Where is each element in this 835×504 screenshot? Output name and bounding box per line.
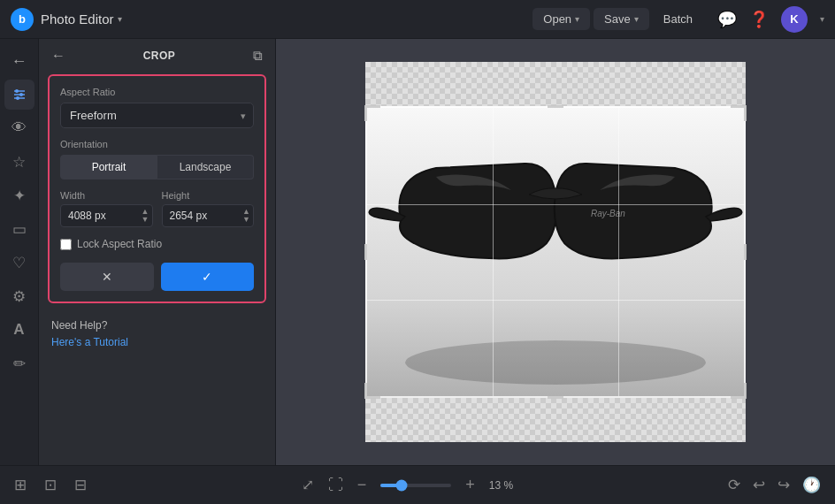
fit-icon[interactable]: ⤢ (302, 476, 314, 494)
width-label: Width (60, 190, 153, 201)
height-spinner: ▲ ▼ (241, 208, 252, 224)
undo-icon[interactable]: ↩ (753, 476, 765, 494)
grid-icon[interactable]: ⊟ (74, 476, 87, 494)
height-label: Height (162, 190, 255, 201)
layers-icon[interactable]: ⊞ (14, 476, 27, 494)
zoom-slider[interactable] (380, 484, 451, 487)
lock-aspect-label: Lock Aspect Ratio (77, 238, 162, 250)
svg-point-6 (405, 340, 706, 385)
panel-back-button[interactable]: ← (51, 48, 65, 64)
svg-point-4 (19, 93, 23, 96)
menu-items: Open ▾ Save ▾ Batch (532, 8, 703, 30)
width-input-wrap: 4088 px ▲ ▼ (60, 204, 153, 227)
open-chevron-icon: ▾ (575, 14, 579, 24)
dimensions-row: Width 4088 px ▲ ▼ Height 2654 px ▲ (60, 190, 254, 227)
help-link[interactable]: Here's a Tutorial (51, 336, 128, 348)
topbar: b Photo Editor ▾ Open ▾ Save ▾ Batch 💬 ❓… (0, 0, 835, 39)
tool-favorite[interactable]: ♡ (4, 248, 34, 278)
tool-star[interactable]: ☆ (4, 147, 34, 177)
panel-title: CROP (143, 50, 176, 62)
landscape-button[interactable]: Landscape (157, 155, 254, 179)
tool-layers[interactable]: ▭ (4, 214, 34, 244)
batch-button[interactable]: Batch (653, 8, 703, 30)
svg-point-3 (15, 89, 19, 93)
svg-text:Ray-Ban: Ray-Ban (591, 209, 625, 218)
zoom-slider-thumb[interactable] (396, 479, 408, 491)
sunglasses-image: Ray-Ban (365, 106, 746, 398)
cancel-button[interactable]: ✕ (60, 263, 154, 291)
width-spinner: ▲ ▼ (140, 208, 151, 224)
portrait-button[interactable]: Portrait (60, 155, 157, 179)
aspect-ratio-label: Aspect Ratio (60, 87, 254, 97)
crop-handle-bottom-left[interactable] (364, 383, 380, 399)
zoom-in-button[interactable]: + (465, 476, 475, 494)
app-title: Photo Editor ▾ (41, 11, 122, 27)
canvas-background: Ray-Ban (365, 62, 746, 442)
tool-text[interactable]: A (4, 315, 34, 345)
tool-eye[interactable]: 👁 (4, 113, 34, 143)
crop-panel: ← CROP ⧉ Aspect Ratio Freeform 1:1 4:3 1… (39, 39, 276, 465)
checker-bottom (365, 398, 746, 442)
help-title: Need Help? (51, 319, 263, 332)
confirm-button[interactable]: ✓ (161, 263, 255, 291)
left-sidebar: ← 👁 ☆ ✦ ▭ ♡ ⚙ A ✏ (0, 39, 39, 465)
app-logo: b (11, 8, 34, 31)
orientation-buttons: Portrait Landscape (60, 155, 254, 179)
bottom-left-tools: ⊞ ⊡ ⊟ (14, 476, 87, 494)
bottom-center-tools: ⤢ ⛶ − + 13 % (302, 476, 513, 494)
tool-draw[interactable]: ✏ (4, 348, 34, 378)
save-chevron-icon: ▾ (634, 14, 639, 24)
width-group: Width 4088 px ▲ ▼ (60, 190, 153, 227)
avatar[interactable]: K (781, 6, 808, 33)
redo-icon[interactable]: ↪ (778, 476, 790, 494)
aspect-ratio-select[interactable]: Freeform 1:1 4:3 16:9 3:2 Custom (60, 103, 254, 128)
crop-handle-right-mid[interactable] (739, 244, 747, 260)
svg-point-5 (16, 96, 19, 100)
open-menu[interactable]: Open ▾ (532, 8, 590, 30)
zoom-percentage: 13 % (489, 479, 513, 492)
avatar-chevron-icon[interactable]: ▾ (820, 14, 824, 24)
tool-sliders[interactable] (4, 80, 34, 110)
crop-handle-bottom-mid[interactable] (548, 392, 563, 399)
crop-handle-top-mid[interactable] (548, 105, 563, 112)
lock-aspect-checkbox[interactable] (60, 239, 72, 250)
lock-row: Lock Aspect Ratio (60, 238, 254, 250)
action-buttons: ✕ ✓ (60, 263, 254, 291)
bottombar: ⊞ ⊡ ⊟ ⤢ ⛶ − + 13 % ⟳ ↩ ↪ 🕐 (0, 465, 835, 504)
height-down-button[interactable]: ▼ (241, 216, 252, 224)
tool-effects[interactable]: ✦ (4, 180, 34, 210)
history-icon[interactable]: 🕐 (802, 476, 821, 494)
help-icon[interactable]: ❓ (749, 10, 769, 29)
checker-top (365, 62, 746, 106)
chat-icon[interactable]: 💬 (717, 10, 737, 29)
compare-icon[interactable]: ⊡ (44, 476, 57, 494)
zoom-out-button[interactable]: − (357, 476, 367, 494)
sliders-icon (11, 87, 27, 103)
height-group: Height 2654 px ▲ ▼ (162, 190, 255, 227)
height-input-wrap: 2654 px ▲ ▼ (162, 204, 255, 227)
bottom-right-tools: ⟳ ↩ ↪ 🕐 (728, 476, 821, 494)
tool-settings[interactable]: ⚙ (4, 281, 34, 311)
panel-header: ← CROP ⧉ (39, 39, 275, 71)
canvas-area: Ray-Ban (276, 39, 835, 465)
photo-bg: Ray-Ban (365, 106, 746, 398)
width-down-button[interactable]: ▼ (140, 216, 151, 224)
tool-back[interactable]: ← (4, 46, 34, 76)
help-section: Need Help? Here's a Tutorial (39, 307, 275, 361)
save-menu[interactable]: Save ▾ (594, 8, 649, 30)
crop-handle-bottom-right[interactable] (731, 383, 747, 399)
crop-handle-top-left[interactable] (364, 105, 380, 121)
app-title-chevron: ▾ (118, 14, 122, 24)
orientation-label: Orientation (60, 139, 254, 149)
crop-handle-left-mid[interactable] (364, 244, 372, 260)
crop-options-box: Aspect Ratio Freeform 1:1 4:3 16:9 3:2 C… (48, 74, 266, 303)
right-icons: 💬 ❓ K ▾ (717, 6, 824, 33)
rotate-icon[interactable]: ⟳ (728, 476, 740, 494)
aspect-ratio-select-wrapper: Freeform 1:1 4:3 16:9 3:2 Custom ▾ (60, 103, 254, 128)
main-layout: ← 👁 ☆ ✦ ▭ ♡ ⚙ A ✏ ← CROP ⧉ Aspec (0, 39, 835, 465)
fullscreen-icon[interactable]: ⛶ (328, 477, 343, 494)
panel-copy-icon[interactable]: ⧉ (253, 48, 263, 64)
crop-handle-top-right[interactable] (731, 105, 747, 121)
